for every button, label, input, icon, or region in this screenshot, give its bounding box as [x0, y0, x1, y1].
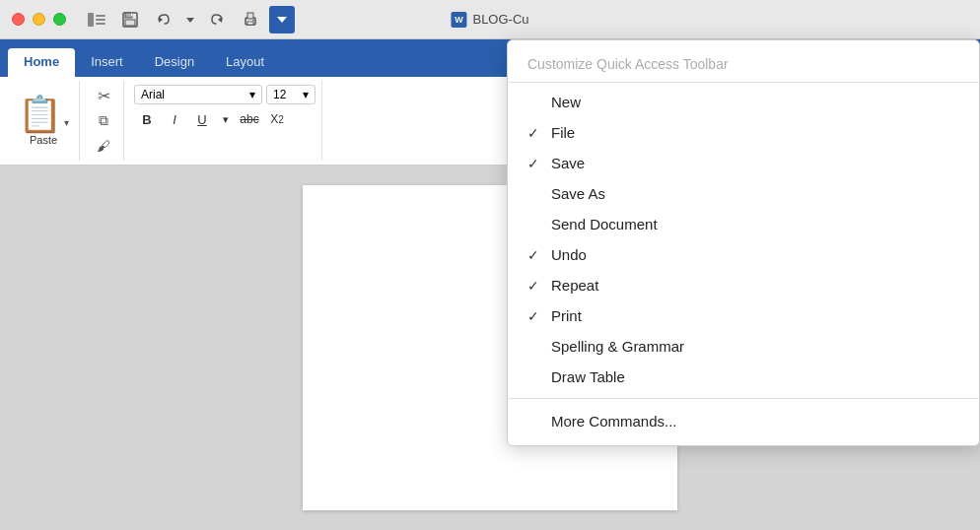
word-app-icon: W: [451, 12, 466, 28]
svg-rect-6: [125, 20, 135, 26]
menu-item-save[interactable]: ✓ Save: [508, 148, 979, 178]
close-button[interactable]: [12, 13, 25, 26]
traffic-lights: [12, 13, 66, 26]
menu-item-new[interactable]: New: [508, 87, 979, 117]
svg-marker-15: [277, 17, 287, 23]
checkmark-new: [527, 95, 547, 110]
window-title: W BLOG-Cu: [451, 12, 528, 28]
menu-item-file[interactable]: ✓ File: [508, 117, 979, 148]
svg-rect-13: [247, 22, 253, 25]
font-name-value: Arial: [141, 88, 165, 101]
dropdown-header: Customize Quick Access Toolbar: [508, 48, 979, 83]
menu-item-new-label: New: [551, 94, 959, 110]
quick-access-toolbar: [82, 6, 295, 33]
font-size-dropdown-arrow[interactable]: ▾: [303, 88, 309, 101]
cut-button[interactable]: ✂: [90, 85, 117, 107]
menu-item-more-commands-label: More Commands...: [551, 413, 959, 430]
menu-item-draw-table-label: Draw Table: [551, 368, 959, 385]
menu-item-send-document-label: Send Document: [551, 216, 959, 232]
qa-toolbar-dropdown-button[interactable]: [269, 6, 295, 33]
checkmark-print: ✓: [527, 308, 547, 324]
title-bar: W BLOG-Cu: [0, 0, 980, 39]
paste-label: Paste: [30, 134, 57, 146]
menu-item-undo-label: Undo: [551, 246, 959, 263]
menu-item-save-as[interactable]: Save As: [508, 178, 979, 209]
menu-item-draw-table[interactable]: Draw Table: [508, 362, 979, 392]
font-group: Arial ▾ 12 ▾ B I U ▾ abc X2: [128, 81, 322, 161]
checkmark-save-as: [527, 186, 547, 202]
svg-rect-3: [96, 23, 105, 25]
sidebar-toggle-icon[interactable]: [82, 6, 111, 33]
paste-group: 📋 ▾ Paste: [8, 81, 80, 161]
menu-item-send-document[interactable]: Send Document: [508, 209, 979, 239]
svg-rect-12: [247, 13, 253, 19]
tab-design[interactable]: Design: [139, 48, 210, 77]
checkmark-send-document: [527, 217, 547, 232]
tab-insert[interactable]: Insert: [75, 48, 139, 77]
format-painter-button[interactable]: 🖌: [90, 134, 117, 157]
menu-item-print[interactable]: ✓ Print: [508, 300, 979, 331]
dropdown-divider: [508, 398, 979, 399]
checkmark-file: ✓: [527, 125, 547, 141]
strikethrough-button[interactable]: abc: [237, 108, 262, 130]
paste-dropdown-arrow[interactable]: ▾: [64, 117, 69, 128]
svg-marker-10: [218, 17, 222, 23]
svg-rect-1: [96, 15, 105, 17]
menu-item-repeat[interactable]: ✓ Repeat: [508, 270, 979, 300]
svg-rect-5: [125, 13, 132, 18]
document-title: BLOG-Cu: [472, 12, 528, 27]
undo-icon[interactable]: [149, 6, 178, 33]
menu-item-print-label: Print: [551, 307, 959, 324]
clipboard-group: ✂ ⧉ 🖌: [84, 81, 124, 161]
subscript-button[interactable]: X2: [264, 108, 290, 130]
menu-item-repeat-label: Repeat: [551, 277, 959, 294]
menu-item-save-as-label: Save As: [551, 185, 959, 202]
svg-rect-0: [88, 13, 94, 27]
svg-rect-7: [131, 13, 133, 16]
menu-item-undo[interactable]: ✓ Undo: [508, 239, 979, 270]
font-size-selector[interactable]: 12 ▾: [266, 85, 315, 104]
svg-marker-8: [159, 17, 163, 23]
checkmark-spelling-grammar: [527, 339, 547, 355]
tab-layout[interactable]: Layout: [210, 48, 280, 77]
redo-icon[interactable]: [202, 6, 232, 33]
checkmark-more-commands: [527, 414, 547, 430]
menu-item-file-label: File: [551, 124, 959, 141]
checkmark-save: ✓: [527, 156, 547, 171]
copy-button[interactable]: ⧉: [90, 109, 117, 132]
font-size-value: 12: [273, 88, 286, 101]
customize-quick-access-dropdown: Customize Quick Access Toolbar New ✓ Fil…: [507, 39, 980, 446]
undo-dropdown-icon[interactable]: [182, 6, 198, 33]
underline-button[interactable]: U: [189, 108, 215, 130]
font-name-selector[interactable]: Arial ▾: [134, 85, 262, 104]
checkmark-draw-table: [527, 369, 547, 385]
paste-button[interactable]: 📋 ▾: [18, 97, 69, 132]
minimize-button[interactable]: [33, 13, 45, 26]
menu-item-spelling-grammar[interactable]: Spelling & Grammar: [508, 331, 979, 362]
bold-button[interactable]: B: [134, 108, 160, 130]
italic-button[interactable]: I: [162, 108, 187, 130]
maximize-button[interactable]: [53, 13, 66, 26]
svg-rect-2: [96, 19, 105, 21]
save-icon[interactable]: [115, 6, 145, 33]
menu-item-more-commands[interactable]: More Commands...: [508, 405, 979, 437]
checkmark-undo: ✓: [527, 247, 547, 263]
font-name-row: Arial ▾ 12 ▾: [134, 85, 315, 104]
font-name-dropdown-arrow[interactable]: ▾: [249, 88, 255, 101]
menu-item-save-label: Save: [551, 155, 959, 171]
menu-item-spelling-grammar-label: Spelling & Grammar: [551, 338, 959, 355]
print-icon[interactable]: [236, 6, 265, 33]
svg-marker-9: [186, 18, 194, 23]
tab-home[interactable]: Home: [8, 48, 75, 77]
svg-point-14: [252, 19, 254, 21]
clipboard-icon: 📋: [18, 97, 62, 132]
document-area: Customize Quick Access Toolbar New ✓ Fil…: [0, 166, 980, 530]
checkmark-repeat: ✓: [527, 278, 547, 294]
underline-dropdown-arrow[interactable]: ▾: [217, 108, 235, 130]
format-buttons-row: B I U ▾ abc X2: [134, 108, 315, 130]
